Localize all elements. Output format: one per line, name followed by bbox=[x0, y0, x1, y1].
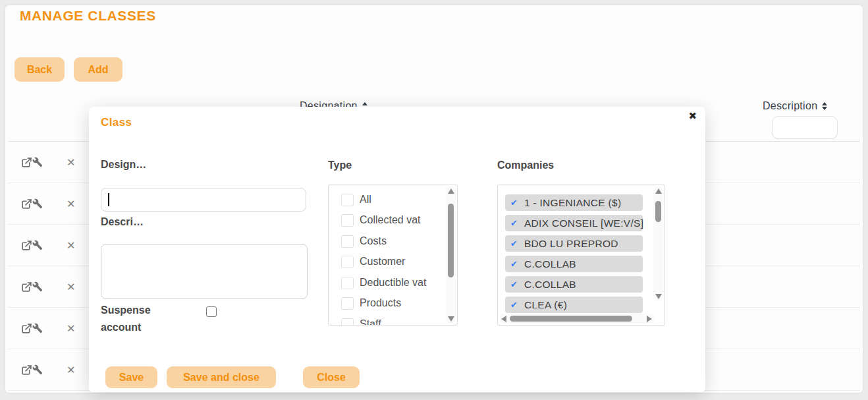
company-item[interactable]: ✔CLEA (€) bbox=[505, 297, 643, 313]
horizontal-scrollbar[interactable] bbox=[499, 314, 654, 324]
checkbox[interactable] bbox=[341, 277, 354, 289]
delete-row-icon[interactable]: ✕ bbox=[67, 156, 75, 169]
company-item[interactable]: ✔ADIX CONSEIL [WE:V/S] bbox=[505, 215, 643, 231]
open-record-icon[interactable] bbox=[21, 157, 32, 168]
check-icon: ✔ bbox=[510, 279, 518, 289]
close-icon[interactable]: ✖ bbox=[688, 110, 697, 122]
scrollbar-thumb[interactable] bbox=[448, 204, 454, 277]
suspense-account-label: Suspense account bbox=[101, 302, 186, 336]
back-button[interactable]: Back bbox=[14, 57, 65, 82]
checkbox[interactable] bbox=[341, 256, 354, 268]
open-record-icon[interactable] bbox=[21, 364, 32, 376]
tools-icon[interactable] bbox=[32, 240, 43, 250]
tools-icon[interactable] bbox=[32, 198, 43, 209]
delete-row-icon[interactable]: ✕ bbox=[67, 239, 75, 252]
vertical-scrollbar[interactable] bbox=[446, 186, 456, 324]
class-dialog: Class ✖ Design… Descri… Suspense account… bbox=[89, 107, 705, 392]
scroll-up-icon[interactable] bbox=[448, 188, 454, 194]
scrollbar-thumb[interactable] bbox=[510, 316, 632, 322]
scroll-up-icon[interactable] bbox=[655, 188, 662, 194]
scroll-down-icon[interactable] bbox=[655, 294, 662, 299]
check-icon: ✔ bbox=[510, 300, 518, 310]
checkbox[interactable] bbox=[341, 318, 354, 326]
type-listbox: All Collected vat Costs Customer Deducti… bbox=[328, 185, 458, 326]
companies-label: Companies bbox=[497, 159, 554, 171]
page-title: MANAGE CLASSES bbox=[20, 8, 156, 24]
type-option-all[interactable]: All bbox=[329, 191, 371, 208]
add-button[interactable]: Add bbox=[74, 57, 122, 82]
checkbox[interactable] bbox=[341, 297, 354, 310]
dialog-title: Class bbox=[101, 116, 132, 129]
suspense-account-checkbox[interactable] bbox=[206, 306, 217, 317]
company-item[interactable]: ✔BDO LU PREPROD bbox=[505, 235, 643, 252]
scroll-left-icon[interactable] bbox=[501, 316, 506, 322]
scroll-right-icon[interactable] bbox=[647, 316, 652, 322]
delete-row-icon[interactable]: ✕ bbox=[67, 198, 75, 210]
type-label: Type bbox=[328, 159, 352, 171]
open-record-icon[interactable] bbox=[21, 240, 32, 251]
companies-listbox: ✔1 - INGENIANCE ($) ✔ADIX CONSEIL [WE:V/… bbox=[497, 185, 665, 326]
company-item[interactable]: ✔1 - INGENIANCE ($) bbox=[505, 194, 643, 211]
close-button[interactable]: Close bbox=[303, 366, 360, 388]
tools-icon[interactable] bbox=[32, 157, 43, 167]
check-icon: ✔ bbox=[510, 259, 518, 269]
save-button[interactable]: Save bbox=[105, 366, 157, 388]
type-option-products[interactable]: Products bbox=[329, 295, 401, 312]
vertical-scrollbar[interactable] bbox=[653, 186, 663, 301]
save-and-close-button[interactable]: Save and close bbox=[167, 366, 276, 388]
designation-input[interactable] bbox=[101, 188, 306, 212]
sort-icon[interactable] bbox=[822, 102, 827, 110]
tools-icon[interactable] bbox=[32, 323, 43, 333]
company-item[interactable]: ✔C.COLLAB bbox=[505, 276, 643, 293]
column-header-description[interactable]: Description bbox=[763, 100, 827, 112]
tools-icon[interactable] bbox=[32, 281, 43, 292]
check-icon: ✔ bbox=[510, 198, 518, 208]
designation-label: Design… bbox=[101, 159, 146, 171]
scroll-down-icon[interactable] bbox=[448, 316, 454, 322]
checkbox[interactable] bbox=[341, 235, 354, 248]
check-icon: ✔ bbox=[510, 218, 518, 228]
checkbox[interactable] bbox=[341, 214, 354, 227]
open-record-icon[interactable] bbox=[21, 281, 32, 293]
scrollbar-thumb[interactable] bbox=[655, 201, 661, 222]
checkbox[interactable] bbox=[341, 194, 354, 206]
delete-row-icon[interactable]: ✕ bbox=[67, 281, 75, 293]
check-icon: ✔ bbox=[510, 239, 518, 248]
delete-row-icon[interactable]: ✕ bbox=[67, 364, 75, 376]
type-option-deductible-vat[interactable]: Deductible vat bbox=[329, 274, 426, 291]
description-label: Descri… bbox=[101, 216, 144, 228]
description-textarea[interactable] bbox=[101, 244, 308, 299]
tools-icon[interactable] bbox=[32, 364, 43, 375]
open-record-icon[interactable] bbox=[21, 323, 32, 334]
delete-row-icon[interactable]: ✕ bbox=[67, 322, 75, 335]
type-option-collected-vat[interactable]: Collected vat bbox=[329, 212, 421, 229]
column-label: Description bbox=[763, 100, 817, 112]
type-option-staff[interactable]: Staff bbox=[329, 316, 381, 326]
text-caret bbox=[108, 193, 109, 206]
type-option-customer[interactable]: Customer bbox=[329, 253, 405, 270]
company-item[interactable]: ✔C.COLLAB bbox=[505, 256, 643, 272]
type-option-costs[interactable]: Costs bbox=[329, 233, 387, 250]
description-filter-input[interactable] bbox=[772, 116, 838, 139]
open-record-icon[interactable] bbox=[21, 198, 32, 210]
